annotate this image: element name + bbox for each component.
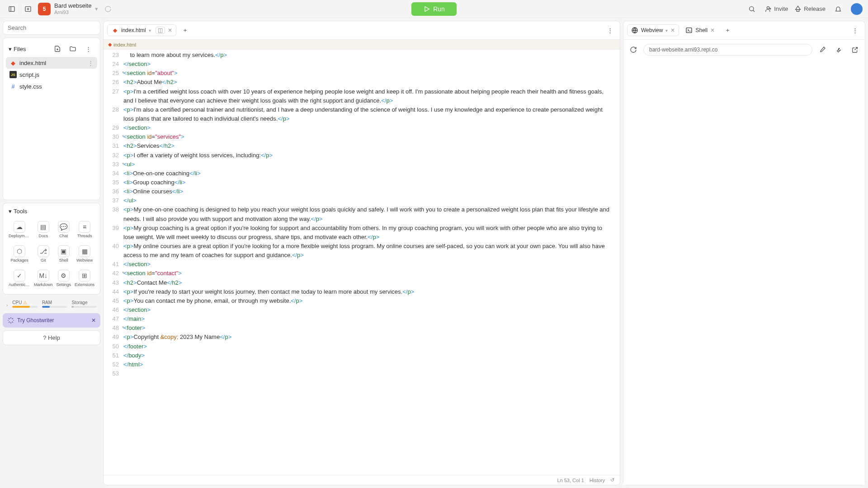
code-line[interactable]: 31<h2>Services</h2> <box>104 141 620 150</box>
code-line[interactable]: 30▾<section id="services"> <box>104 132 620 141</box>
help-button[interactable]: ? Help <box>3 330 100 345</box>
notifications-icon[interactable] <box>832 3 844 15</box>
code-line[interactable]: 24</section> <box>104 60 620 69</box>
tool-webview[interactable]: ▦Webview <box>74 243 95 265</box>
ghostwriter-banner[interactable]: Try Ghostwriter ✕ <box>3 313 100 328</box>
file-item-style-css[interactable]: #style.css <box>6 80 97 92</box>
code-line[interactable]: 32<p>I offer a variety of weight loss se… <box>104 151 620 160</box>
code-line[interactable]: 47</main> <box>104 314 620 324</box>
fold-icon[interactable]: ▾ <box>122 70 124 76</box>
run-button[interactable]: Run <box>411 2 457 16</box>
add-pane-icon[interactable] <box>22 3 34 15</box>
code-line[interactable]: 40<p>My online courses are a great optio… <box>104 242 620 260</box>
tab-shell[interactable]: Shell ✕ <box>682 25 718 36</box>
fold-icon[interactable]: ▾ <box>122 324 124 331</box>
code-line[interactable]: 29</section> <box>104 123 620 132</box>
code-line[interactable]: 52</html> <box>104 360 620 369</box>
close-icon[interactable]: ✕ <box>670 27 675 33</box>
line-number: 50 <box>104 342 123 351</box>
tool-markdown[interactable]: M↓Markdown <box>33 267 54 290</box>
chevron-down-icon[interactable]: ▾ <box>9 46 12 52</box>
code-line[interactable]: 26<h2>About Me</h2> <box>104 78 620 87</box>
tool-threads[interactable]: ≡Threads <box>74 218 95 241</box>
cursor-position[interactable]: Ln 53, Col 1 <box>557 478 584 483</box>
fold-icon[interactable]: ▾ <box>122 270 124 276</box>
close-icon[interactable]: ✕ <box>168 27 172 33</box>
code-line[interactable]: 25▾<section id="about"> <box>104 69 620 78</box>
code-line[interactable]: 51</body> <box>104 351 620 360</box>
tool-packages[interactable]: ⬡Packages <box>8 243 31 265</box>
tool-shell[interactable]: ▣Shell <box>56 243 72 265</box>
code-line[interactable]: 50</footer> <box>104 342 620 351</box>
wrench-icon[interactable] <box>832 43 845 56</box>
split-icon[interactable]: ◫ <box>156 27 165 34</box>
invite-button[interactable]: Invite <box>764 5 788 13</box>
project-title[interactable]: Bard webseite <box>54 3 91 9</box>
resources-expand-icon[interactable]: › <box>6 303 8 308</box>
code-line[interactable]: 41</section> <box>104 260 620 269</box>
tool-extensions[interactable]: ⊞Extensions <box>74 267 95 290</box>
add-tab-icon[interactable]: ＋ <box>721 24 734 37</box>
webview-body[interactable] <box>623 60 865 485</box>
code-line[interactable]: 45<p>You can contact me by phone, email,… <box>104 296 620 305</box>
code-line[interactable]: 23 to learn more about my services.</p> <box>104 51 620 60</box>
code-line[interactable]: 44<p>If you're ready to start your weigh… <box>104 287 620 296</box>
avatar[interactable] <box>851 3 863 15</box>
tool-authenticati[interactable]: ✓Authenticati... <box>8 267 31 290</box>
code-line[interactable]: 28<p>I'm also a certified personal train… <box>104 105 620 123</box>
code-line[interactable]: 33▾<ul> <box>104 160 620 169</box>
devtools-icon[interactable] <box>816 43 829 56</box>
file-item-index-html[interactable]: ◆index.html⋮ <box>6 57 97 69</box>
code-line[interactable]: 34<li>One-on-one coaching</li> <box>104 169 620 178</box>
open-external-icon[interactable] <box>849 43 861 56</box>
chevron-down-icon[interactable]: ▾ <box>9 208 12 215</box>
code-line[interactable]: 27<p>I'm a certified weight loss coach w… <box>104 87 620 105</box>
code-editor[interactable]: 23 to learn more about my services.</p>2… <box>104 50 620 475</box>
chevron-down-icon[interactable]: ▾ <box>95 5 98 12</box>
new-folder-icon[interactable] <box>66 42 79 55</box>
search-icon[interactable] <box>745 3 758 15</box>
project-owner[interactable]: Arni93 <box>54 9 91 15</box>
close-icon[interactable]: ✕ <box>710 27 715 33</box>
more-icon[interactable]: ⋮ <box>849 24 861 37</box>
tool-deployments[interactable]: ☁Deployments <box>8 218 31 241</box>
tool-settings[interactable]: ⚙Settings <box>56 267 72 290</box>
code-line[interactable]: 36<li>Online courses</li> <box>104 187 620 196</box>
history-icon[interactable]: ↺ <box>610 477 614 483</box>
tool-docs[interactable]: ▤Docs <box>33 218 54 241</box>
code-line[interactable]: 37</ul> <box>104 196 620 205</box>
file-label: script.js <box>19 71 39 78</box>
close-icon[interactable]: ✕ <box>91 317 96 324</box>
add-tab-icon[interactable]: ＋ <box>179 24 192 37</box>
code-line[interactable]: 42▾<section id="contact"> <box>104 269 620 278</box>
fold-icon[interactable]: ▾ <box>122 161 124 167</box>
code-line[interactable]: 43<h2>Contact Me</h2> <box>104 278 620 287</box>
resources-bar[interactable]: › CPU ⚠ RAM Storage <box>3 297 100 310</box>
tab-webview[interactable]: Webview ▾ ✕ <box>627 24 679 36</box>
html-file-icon: ◆ <box>111 27 118 34</box>
code-line[interactable]: 35<li>Group coaching</li> <box>104 178 620 187</box>
sync-icon[interactable] <box>102 3 114 15</box>
search-input[interactable] <box>3 21 100 35</box>
tab-index-html[interactable]: ◆ index.html ▾ ◫ ✕ <box>107 24 176 36</box>
more-icon[interactable]: ⋮ <box>88 60 94 66</box>
more-icon[interactable]: ⋮ <box>82 42 94 55</box>
file-item-script-js[interactable]: JSscript.js <box>6 69 97 80</box>
code-line[interactable]: 46</section> <box>104 305 620 314</box>
tool-chat[interactable]: 💬Chat <box>56 218 72 241</box>
fold-icon[interactable]: ▾ <box>122 133 124 140</box>
code-line[interactable]: 38<p>My one-on-one coaching is designed … <box>104 205 620 223</box>
code-line[interactable]: 49<p>Copyright &copy; 2023 My Name</p> <box>104 333 620 342</box>
code-line[interactable]: 53 <box>104 369 620 378</box>
code-line[interactable]: 48▾<footer> <box>104 324 620 333</box>
reload-icon[interactable] <box>627 43 640 56</box>
sidebar-toggle-icon[interactable] <box>5 3 18 15</box>
new-file-icon[interactable] <box>51 42 64 55</box>
more-icon[interactable]: ⋮ <box>604 24 616 37</box>
tool-git[interactable]: ⎇Git <box>33 243 54 265</box>
history-button[interactable]: History <box>590 478 605 483</box>
breadcrumb[interactable]: ◆ index.html <box>104 40 620 50</box>
code-line[interactable]: 39<p>My group coaching is a great option… <box>104 224 620 242</box>
release-button[interactable]: Release <box>794 5 826 13</box>
url-bar[interactable]: bard-webseite.arni93.repl.co <box>643 44 812 56</box>
